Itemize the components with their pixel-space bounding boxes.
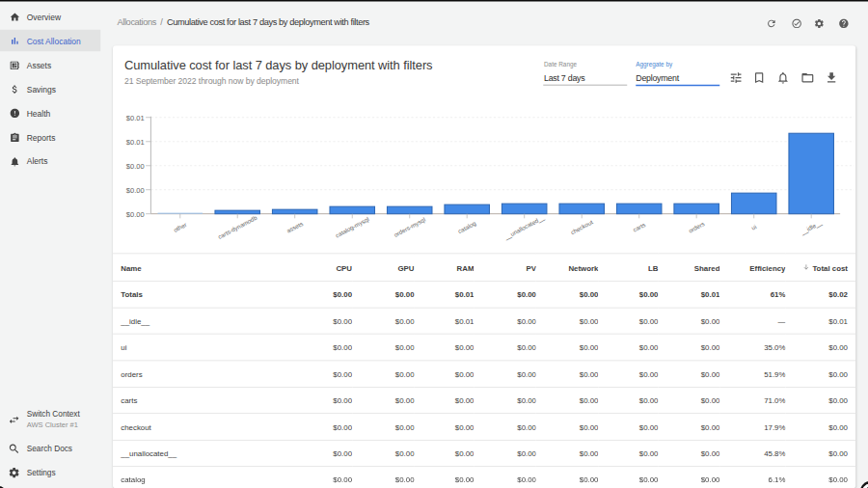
svg-text:orders-mysql: orders-mysql xyxy=(393,216,426,238)
svg-text:$0.00: $0.00 xyxy=(126,210,145,219)
svg-text:$0.00: $0.00 xyxy=(126,186,145,195)
svg-text:other: other xyxy=(173,221,188,233)
svg-text:$0.01: $0.01 xyxy=(126,114,145,122)
svg-text:orders: orders xyxy=(688,220,706,233)
svg-text:$0.01: $0.01 xyxy=(126,138,145,147)
svg-text:$0.00: $0.00 xyxy=(126,162,145,171)
svg-text:catalog-mysql: catalog-mysql xyxy=(335,215,370,238)
svg-text:__idle__: __idle__ xyxy=(799,219,823,236)
svg-text:assets: assets xyxy=(285,220,304,234)
svg-text:ui: ui xyxy=(750,223,758,230)
svg-text:checkout: checkout xyxy=(569,218,594,235)
svg-text:carts: carts xyxy=(632,221,646,233)
svg-text:catalog: catalog xyxy=(457,219,477,234)
